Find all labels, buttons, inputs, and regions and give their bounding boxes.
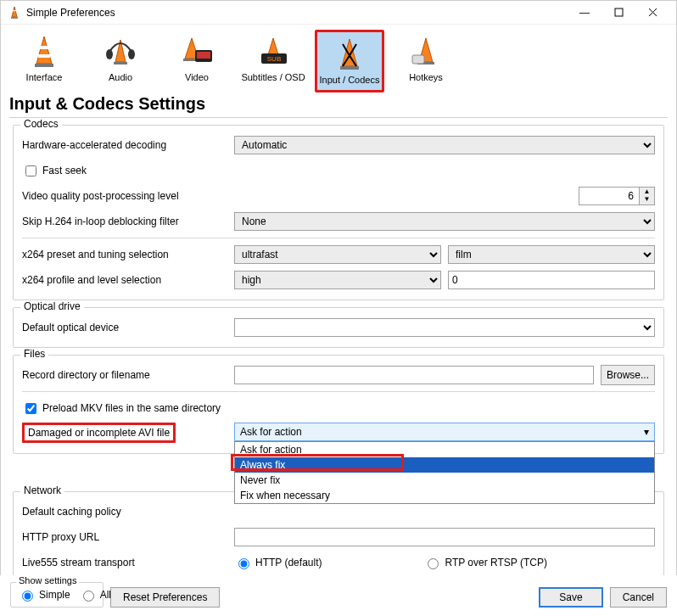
hotkeys-cone-icon	[393, 33, 459, 70]
x264-preset-select[interactable]: ultrafast	[234, 245, 441, 264]
svg-marker-22	[342, 39, 357, 66]
radio-simple[interactable]: Simple	[18, 588, 70, 602]
tab-label: Audio	[87, 72, 154, 82]
subtitles-cone-icon: SUB	[240, 33, 306, 70]
show-settings-group: Show settings Simple All	[10, 582, 104, 608]
option-always-fix[interactable]: Always fix	[235, 457, 654, 473]
svg-marker-6	[36, 36, 52, 64]
svg-rect-23	[340, 66, 359, 70]
svg-rect-17	[197, 52, 210, 59]
skip-h264-label: Skip H.264 in-loop deblocking filter	[22, 216, 234, 227]
codecs-cone-icon	[319, 36, 380, 73]
group-legend: Network	[20, 484, 64, 496]
svg-rect-26	[412, 55, 424, 64]
video-cone-icon	[164, 33, 230, 70]
live555-label: Live555 stream transport	[22, 557, 234, 568]
x264-profile-select[interactable]: high	[234, 271, 441, 289]
svg-rect-1	[11, 17, 18, 19]
window-title: Simple Preferences	[26, 7, 568, 19]
minimize-button[interactable]: —	[568, 1, 601, 25]
damaged-avi-selected: Ask for action	[240, 426, 302, 438]
cancel-button[interactable]: Cancel	[610, 587, 667, 608]
divider	[9, 117, 668, 118]
divider	[22, 391, 655, 392]
browse-button[interactable]: Browse...	[601, 365, 655, 385]
damaged-avi-select[interactable]: Ask for action ▾ Ask for action Always f…	[234, 423, 655, 441]
http-proxy-input[interactable]	[234, 528, 655, 546]
tab-label: Video	[164, 72, 230, 82]
svg-point-13	[128, 49, 135, 59]
reset-preferences-button[interactable]: Reset Preferences	[110, 587, 220, 608]
tab-label: Hotkeys	[393, 72, 459, 82]
svg-text:SUB: SUB	[267, 55, 281, 63]
tab-audio[interactable]: Audio	[86, 30, 155, 92]
close-button[interactable]	[635, 1, 669, 25]
svg-rect-9	[38, 54, 50, 58]
vq-spinbox[interactable]: ▲▼	[579, 187, 655, 205]
group-legend: Files	[20, 348, 48, 360]
radio-rtp-rtsp[interactable]: RTP over RTSP (TCP)	[423, 556, 546, 569]
prefs-toolbar: Interface Audio Video SUB Subtitles / OS…	[1, 25, 676, 92]
x264-level-input[interactable]	[448, 271, 655, 289]
tab-label: Input / Codecs	[319, 75, 380, 85]
cone-icon	[11, 33, 77, 70]
option-fix-when-necessary[interactable]: Fix when necessary	[235, 488, 654, 503]
divider	[22, 238, 655, 238]
headphones-cone-icon	[87, 33, 154, 70]
tab-input-codecs[interactable]: Input / Codecs	[315, 30, 384, 92]
tab-video[interactable]: Video	[162, 30, 232, 92]
caching-label: Default caching policy	[22, 506, 234, 518]
svg-rect-3	[615, 8, 623, 16]
radio-all[interactable]: All	[79, 588, 111, 602]
group-legend: Optical drive	[20, 300, 84, 312]
tab-label: Subtitles / OSD	[240, 72, 306, 82]
svg-rect-2	[13, 10, 16, 11]
skip-h264-select[interactable]: None	[234, 212, 655, 231]
chevron-down-icon: ▾	[644, 426, 649, 438]
record-dir-input[interactable]	[234, 366, 594, 384]
show-settings-legend: Show settings	[16, 575, 79, 585]
option-ask-for-action[interactable]: Ask for action	[235, 442, 654, 457]
http-proxy-label: HTTP proxy URL	[22, 531, 234, 543]
fast-seek-checkbox[interactable]	[25, 165, 36, 176]
group-optical: Optical drive Default optical device	[13, 307, 664, 348]
group-codecs: Codecs Hardware-accelerated decoding Aut…	[13, 125, 664, 300]
hw-decoding-label: Hardware-accelerated decoding	[22, 139, 234, 151]
page-title: Input & Codecs Settings	[9, 94, 668, 114]
optical-default-label: Default optical device	[22, 322, 234, 333]
tab-interface[interactable]: Interface	[9, 30, 79, 92]
save-button[interactable]: Save	[539, 587, 602, 608]
vq-value[interactable]	[579, 188, 639, 204]
svg-rect-11	[114, 62, 127, 64]
fast-seek-label: Fast seek	[42, 165, 87, 176]
group-legend: Codecs	[20, 118, 62, 130]
svg-rect-7	[35, 64, 53, 67]
record-dir-label: Record directory or filename	[22, 369, 234, 381]
svg-marker-0	[12, 7, 17, 17]
group-network: Network Default caching policy HTTP prox…	[13, 491, 664, 583]
tab-label: Interface	[11, 72, 77, 82]
svg-rect-8	[40, 46, 48, 49]
preload-mkv-checkbox[interactable]	[25, 403, 36, 414]
option-never-fix[interactable]: Never fix	[235, 473, 654, 488]
titlebar: Simple Preferences —	[1, 1, 676, 25]
damaged-avi-dropdown-list[interactable]: Ask for action Always fix Never fix Fix …	[234, 441, 655, 504]
x264-preset-label: x264 preset and tuning selection	[22, 249, 234, 260]
radio-http-default[interactable]: HTTP (default)	[234, 556, 322, 569]
maximize-button[interactable]	[601, 1, 635, 25]
hw-decoding-select[interactable]: Automatic	[234, 136, 655, 154]
preload-mkv-label: Preload MKV files in the same directory	[42, 402, 221, 414]
svg-point-12	[106, 49, 113, 59]
app-icon	[8, 6, 21, 20]
damaged-avi-label: Damaged or incomplete AVI file	[22, 423, 176, 443]
x264-tuning-select[interactable]: film	[448, 245, 655, 264]
tab-hotkeys[interactable]: Hotkeys	[391, 30, 461, 92]
vq-label: Video quality post-processing level	[22, 190, 234, 202]
optical-default-select[interactable]	[234, 318, 655, 337]
footer: Show settings Simple All Reset Preferenc…	[0, 575, 677, 616]
x264-profile-label: x264 profile and level selection	[22, 274, 234, 286]
spin-buttons[interactable]: ▲▼	[639, 188, 654, 204]
group-files: Files Record directory or filename Brows…	[13, 355, 664, 454]
tab-subtitles[interactable]: SUB Subtitles / OSD	[238, 30, 308, 92]
